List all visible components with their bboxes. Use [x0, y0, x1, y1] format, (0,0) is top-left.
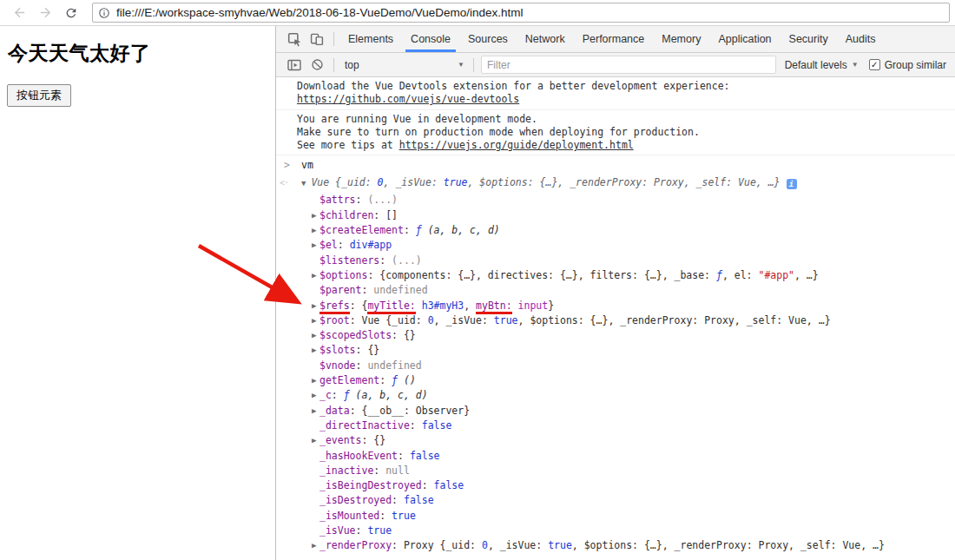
console-text-segment: : [404, 224, 416, 236]
console-text-segment: false [404, 494, 434, 506]
group-similar-checkbox[interactable]: ✓ [869, 59, 880, 70]
tab-sources[interactable]: Sources [463, 26, 513, 52]
page-info-icon[interactable] [98, 7, 110, 19]
console-property-row[interactable]: ▶_data: {__ob__: Observer} [276, 404, 955, 418]
expand-triangle-icon[interactable]: ▶ [312, 223, 316, 238]
back-icon[interactable] [9, 3, 30, 23]
console-link[interactable]: https://github.com/vuejs/vue-devtools [297, 93, 519, 105]
console-property-row[interactable]: ▶$root: Vue {_uid: 0, _isVue: true, $opt… [276, 313, 955, 328]
console-sidebar-icon[interactable] [283, 55, 306, 76]
tab-application[interactable]: Application [713, 26, 776, 52]
console-text-segment: true [548, 539, 572, 551]
console-text-segment: 0 [428, 314, 434, 326]
console-result-row[interactable]: <· ▼ Vue {_uid: 0, _isVue: true, $option… [276, 172, 955, 193]
console-text-segment: You are running Vue in development mode. [297, 113, 537, 125]
console-text-segment: false [410, 450, 440, 462]
device-toolbar-icon[interactable] [306, 29, 328, 49]
console-text-segment: : {components: {…}, directives: {…}, fil… [367, 269, 716, 281]
console-property-row[interactable]: ▶$scopedSlots: {} [276, 328, 955, 343]
expand-triangle-icon[interactable]: ▶ [312, 208, 316, 223]
expand-triangle-icon[interactable]: ▶ [312, 404, 316, 418]
console-text-segment: _isMounted [319, 510, 379, 522]
expand-triangle-icon[interactable]: ▶ [312, 433, 316, 448]
console-text-segment: ƒ [392, 374, 398, 386]
console-link[interactable]: https://vuejs.org/guide/deployment.html [399, 139, 634, 151]
console-text-segment: _isBeingDestroyed [319, 479, 422, 491]
console-text-segment: $refs [319, 300, 350, 314]
console-text-segment: ƒ [344, 389, 350, 401]
console-text-segment: 0 [378, 176, 384, 188]
console-property-row: _isMounted: true [276, 509, 955, 524]
console-text-segment: getElement [319, 374, 379, 386]
console-property-row[interactable]: ▶$createElement: ƒ (a, b, c, d) [276, 223, 955, 238]
console-text-segment: : [392, 494, 404, 506]
console-text-segment: ƒ [416, 224, 422, 236]
console-property-row: _hasHookEvent: false [276, 449, 955, 464]
divider [333, 58, 334, 72]
console-text-segment: } [548, 300, 554, 312]
expand-triangle-icon[interactable]: ▶ [312, 373, 316, 388]
console-property-row: _directInactive: false [276, 418, 955, 433]
execution-context-selector[interactable]: top ▼ [339, 59, 468, 71]
console-command-echo: > vm [276, 155, 955, 172]
console-text-segment: , [464, 300, 476, 312]
console-text-segment: : [398, 450, 410, 462]
log-level-selector[interactable]: Default levels ▼ [785, 59, 859, 71]
console-property-row[interactable]: ▶$options: {components: {…}, directives:… [276, 268, 955, 283]
tab-security[interactable]: Security [784, 26, 833, 52]
console-property-row[interactable]: ▶_renderProxy: Proxy {_uid: 0, _isVue: t… [276, 538, 955, 553]
tab-elements[interactable]: Elements [343, 26, 398, 52]
console-property-row[interactable]: ▶$el: div#app [276, 238, 955, 253]
clear-console-icon[interactable] [306, 55, 328, 76]
console-text-segment: true [494, 314, 518, 326]
console-text-segment: undefined [367, 359, 421, 372]
console-property-row[interactable]: ▶$slots: {} [276, 343, 955, 358]
console-property-row[interactable]: ▶$refs: {myTitle: h3#myH3, myBtn: input} [276, 299, 955, 313]
expand-triangle-icon[interactable]: ▶ [312, 268, 316, 283]
console-property-row[interactable]: ▶_c: ƒ (a, b, c, d) [276, 388, 955, 403]
chevron-down-icon: ▼ [852, 61, 859, 69]
collapse-triangle-icon[interactable]: ▼ [301, 177, 306, 190]
tab-memory[interactable]: Memory [656, 26, 706, 52]
console-property-row[interactable]: ▶$children: [] [276, 208, 955, 223]
expand-triangle-icon[interactable]: ▶ [312, 299, 316, 313]
console-filter-input[interactable] [481, 56, 776, 74]
console-property-row[interactable]: ▶getElement: ƒ () [276, 373, 955, 388]
address-bar[interactable]: file:///E:/workspace-smyhvae/Web/2018-06… [92, 3, 950, 23]
expand-triangle-icon[interactable]: ▶ [312, 538, 316, 553]
expand-triangle-icon[interactable]: ▶ [312, 313, 316, 328]
console-text-segment: (...) [367, 194, 398, 206]
page-content: 今天天气太好了 按钮元素 [0, 26, 275, 560]
expand-triangle-icon[interactable]: ▶ [312, 238, 316, 253]
console-property-row[interactable]: ▶_events: {} [276, 433, 955, 448]
console-text-segment: 0 [482, 539, 488, 551]
console-text-segment: , _isVue: [488, 539, 548, 551]
console-text-segment: : [379, 510, 392, 522]
expand-triangle-icon[interactable]: ▶ [312, 388, 316, 403]
divider [473, 58, 474, 72]
log-level-label: Default levels [785, 59, 847, 71]
tab-network[interactable]: Network [520, 26, 570, 52]
console-text-segment: myTitle: [367, 300, 415, 314]
inspect-element-icon[interactable] [283, 29, 306, 49]
page-button[interactable]: 按钮元素 [7, 84, 71, 107]
divider [333, 32, 334, 46]
tab-console[interactable]: Console [405, 26, 456, 52]
expand-triangle-icon[interactable]: ▶ [312, 328, 316, 343]
console-text-segment: $root [319, 314, 350, 326]
console-text-segment: true [367, 524, 392, 537]
tab-performance[interactable]: Performance [577, 26, 650, 52]
browser-window: file:///E:/workspace-smyhvae/Web/2018-06… [0, 0, 955, 560]
console-text-segment: : {} [392, 329, 416, 341]
reload-icon[interactable] [61, 3, 82, 23]
tab-audits[interactable]: Audits [840, 26, 881, 52]
expand-triangle-icon[interactable]: ▶ [312, 343, 316, 358]
vue-info-icon[interactable]: i [787, 179, 797, 189]
console-text-segment: _hasHookEvent [319, 450, 398, 462]
console-property-row: _isDestroyed: false [276, 493, 955, 508]
console-text-segment: , _isVue: [434, 314, 494, 326]
console-text-segment: Download the Vue Devtools extension for … [297, 80, 730, 92]
forward-icon[interactable] [35, 3, 56, 23]
console-text-segment: $createElement [319, 224, 404, 236]
console-text-segment: : Vue {_uid: [350, 314, 428, 326]
